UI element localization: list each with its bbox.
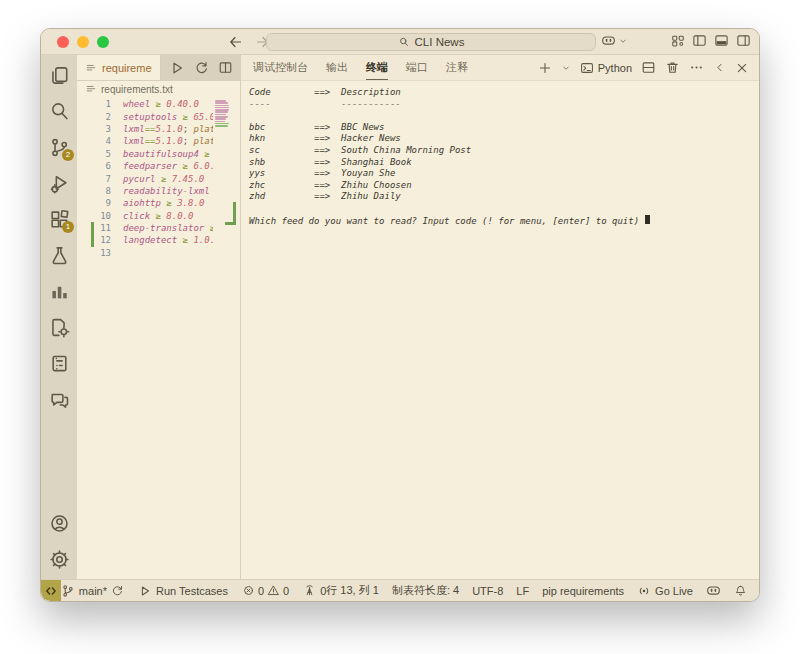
panel-tab-终端[interactable]: 终端 [366,55,388,80]
text-file-icon [85,62,97,74]
line-number: 4 [77,136,111,146]
sidebar-left-icon[interactable] [692,33,707,48]
vscode-window: CLI News 21 requirements.txt requirement… [40,28,760,602]
status-ports[interactable]: 0 [303,584,326,597]
remote-icon [44,584,58,598]
activity-item-explorer[interactable] [47,63,71,87]
split-terminal-icon[interactable] [641,60,656,75]
code-line: 6feedparser ≥ 6.0.0 [77,160,213,172]
line-number: 8 [77,186,111,196]
badge: 1 [62,221,74,233]
code-editor[interactable]: 1wheel ≥ 0.40.02setuptools ≥ 65.0.03lxml… [77,97,240,579]
status-copilot-status[interactable] [706,583,721,598]
code-line: 12langdetect ≥ 1.0.9 [77,234,213,246]
line-number: 11 [77,223,111,233]
line-number: 6 [77,161,111,171]
rerun-icon[interactable] [194,60,209,75]
panel-tab-输出[interactable]: 输出 [326,55,348,80]
status-tab-size[interactable]: 制表符长度: 4 [392,583,459,598]
git-added-bar [91,222,94,234]
code-line: 5beautifulsoup4 ≥ 4.1 [77,148,213,160]
run-python-icon[interactable] [169,60,185,76]
copilot-icon [601,33,616,48]
more-actions-icon[interactable] [689,60,704,75]
badge: 2 [62,149,74,161]
line-number: 13 [77,248,111,258]
tab-strip: requirements.txt [77,55,240,81]
terminal-icon [580,61,594,75]
search-text: CLI News [415,36,465,48]
minimap[interactable] [215,100,230,130]
status-go-live[interactable]: Go Live [637,584,693,598]
terminal-dropdown-icon[interactable] [561,63,571,73]
text-file-icon [85,83,97,95]
status-run-testcases[interactable]: Run Testcases [138,584,228,598]
line-number: 1 [77,99,111,109]
line-number: 7 [77,174,111,184]
status-bar: main*Run Testcases000 行 13, 列 1制表符长度: 4U… [41,579,759,601]
close-panel-icon[interactable] [735,61,749,75]
activity-item-testing[interactable] [47,243,71,267]
overview-git-mark [233,202,236,224]
zoom-window-button[interactable] [97,36,109,48]
kill-terminal-icon[interactable] [665,60,680,75]
new-terminal-icon[interactable] [538,61,552,75]
code-line: 10click ≥ 8.0.0 [77,210,213,222]
line-number: 3 [77,124,111,134]
code-line: 9aiohttp ≥ 3.8.0 [77,197,213,209]
activity-item-file-settings[interactable] [47,315,71,339]
panel-tab-调试控制台[interactable]: 调试控制台 [253,55,308,80]
activity-item-run-debug[interactable] [47,171,71,195]
status-problems[interactable]: 00 [242,584,289,597]
terminal-prompt[interactable]: Which feed do you want to read? Input co… [249,215,751,227]
breadcrumb[interactable]: requirements.txt [77,81,240,97]
panel-icon[interactable] [714,33,729,48]
remote-indicator[interactable] [41,580,61,601]
status-encoding[interactable]: UTF-8 [472,585,503,597]
sidebar-right-icon[interactable] [736,33,751,48]
line-number: 9 [77,198,111,208]
activity-item-extensions[interactable]: 1 [47,207,71,231]
code-line: 2setuptools ≥ 65.0.0 [77,110,213,122]
activity-item-profiler[interactable] [47,279,71,303]
overview-git-mark [225,222,236,225]
split-editor-icon[interactable] [218,60,233,75]
terminal-panel: 调试控制台输出终端端口注释 Python Code ==> Descrip [241,55,759,579]
customize-layout-icon[interactable] [671,33,685,48]
status-eol[interactable]: LF [516,585,529,597]
tab-requirements[interactable]: requirements.txt [77,55,161,80]
activity-item-source-control[interactable]: 2 [47,135,71,159]
chevron-left-icon[interactable] [713,61,726,74]
terminal-shell-selector[interactable]: Python [580,61,632,75]
activity-item-accounts[interactable] [47,511,71,535]
line-number: 12 [77,235,111,245]
status-cursor-position[interactable]: 行 13, 列 1 [326,583,379,598]
chevron-down-icon [618,36,628,46]
git-added-bar [91,234,94,246]
close-window-button[interactable] [57,36,69,48]
code-line: 1wheel ≥ 0.40.0 [77,98,213,110]
terminal-output[interactable]: Code ==> Description---- ----------- bbc… [241,81,759,579]
code-line: 13 [77,247,213,259]
activity-item-settings[interactable] [47,547,71,571]
code-line: 7pycurl ≥ 7.45.0 [77,172,213,184]
activity-item-comments[interactable] [47,387,71,411]
line-number: 2 [77,112,111,122]
window-controls [57,36,109,48]
back-icon[interactable] [227,33,245,51]
activity-bar: 21 [41,55,77,579]
panel-tab-端口[interactable]: 端口 [406,55,428,80]
status-notifications[interactable] [734,584,747,597]
command-center-search[interactable]: CLI News [266,33,596,51]
activity-item-snippets[interactable] [47,351,71,375]
panel-tab-注释[interactable]: 注释 [446,55,468,80]
code-line: 8readability-lxml ≥ [77,185,213,197]
status-git-branch[interactable]: main* [61,584,124,598]
copilot-menu[interactable] [601,33,628,48]
code-line: 11deep-translator ≥ 1.9 [77,222,213,234]
minimize-window-button[interactable] [77,36,89,48]
activity-item-search[interactable] [47,99,71,123]
status-language-mode[interactable]: pip requirements [542,585,624,597]
line-number: 5 [77,149,111,159]
editor-group: requirements.txt requirements.txt 1wheel… [77,55,241,579]
